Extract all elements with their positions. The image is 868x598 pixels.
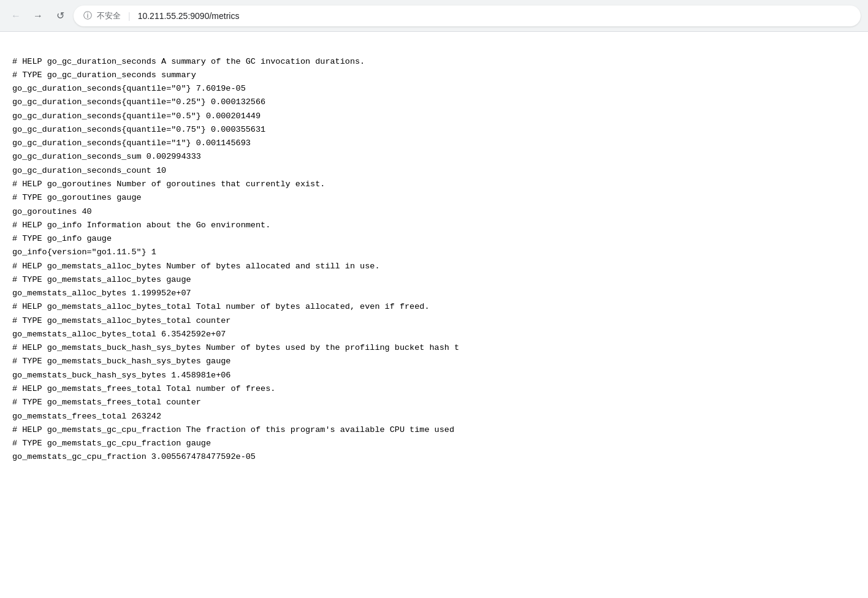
metrics-line: go_gc_duration_seconds{quantile="0.5"} 0… [12,110,856,123]
metrics-line: # TYPE go_memstats_gc_cpu_fraction gauge [12,437,856,450]
metrics-line: # HELP go_memstats_alloc_bytes Number of… [12,260,856,273]
metrics-line: # HELP go_info Information about the Go … [12,219,856,232]
forward-icon: → [33,10,43,21]
url-display: 10.211.55.25:9090/metrics [138,11,240,21]
metrics-line: # TYPE go_memstats_alloc_bytes gauge [12,273,856,287]
metrics-line: # TYPE go_gc_duration_seconds summary [12,69,856,82]
metrics-line: # TYPE go_memstats_buck_hash_sys_bytes g… [12,355,856,368]
browser-chrome: ← → ↺ ⓘ 不安全 | 10.211.55.25:9090/metrics [0,0,868,32]
metrics-line: # HELP go_gc_duration_seconds A summary … [12,55,856,69]
reload-button[interactable]: ↺ [51,7,69,25]
metrics-line: # TYPE go_memstats_alloc_bytes_total cou… [12,314,856,328]
metrics-line: # HELP go_memstats_frees_total Total num… [12,382,856,396]
metrics-line: go_gc_duration_seconds_count 10 [12,164,856,178]
metrics-line: go_goroutines 40 [12,205,856,219]
back-button[interactable]: ← [7,7,25,25]
separator: | [128,11,131,21]
metrics-line: go_info{version="go1.11.5"} 1 [12,246,856,259]
metrics-line: # HELP go_goroutines Number of goroutine… [12,178,856,191]
metrics-line: go_memstats_buck_hash_sys_bytes 1.458981… [12,369,856,382]
address-bar[interactable]: ⓘ 不安全 | 10.211.55.25:9090/metrics [74,6,861,26]
metrics-line: # TYPE go_info gauge [12,232,856,246]
metrics-line: go_gc_duration_seconds_sum 0.002994333 [12,150,856,164]
security-text: 不安全 [97,10,121,21]
metrics-line: # HELP go_memstats_gc_cpu_fraction The f… [12,423,856,437]
forward-button[interactable]: → [29,7,47,25]
reload-icon: ↺ [56,10,64,21]
metrics-line: # HELP go_memstats_buck_hash_sys_bytes N… [12,341,856,355]
metrics-line: go_gc_duration_seconds{quantile="1"} 0.0… [12,137,856,150]
back-icon: ← [11,10,21,21]
metrics-line: go_memstats_alloc_bytes 1.199952e+07 [12,287,856,300]
metrics-line: go_gc_duration_seconds{quantile="0"} 7.6… [12,82,856,96]
metrics-line: go_memstats_gc_cpu_fraction 3.0055674784… [12,450,856,464]
metrics-line: # TYPE go_goroutines gauge [12,191,856,205]
metrics-line: go_memstats_frees_total 263242 [12,410,856,423]
metrics-line: go_gc_duration_seconds{quantile="0.25"} … [12,96,856,109]
metrics-content: # HELP go_gc_duration_seconds A summary … [0,32,868,474]
metrics-line: go_memstats_alloc_bytes_total 6.3542592e… [12,328,856,341]
metrics-line: go_gc_duration_seconds{quantile="0.75"} … [12,123,856,137]
security-icon: ⓘ [83,10,92,21]
metrics-line: # TYPE go_memstats_frees_total counter [12,396,856,409]
metrics-line: # HELP go_memstats_alloc_bytes_total Tot… [12,300,856,314]
